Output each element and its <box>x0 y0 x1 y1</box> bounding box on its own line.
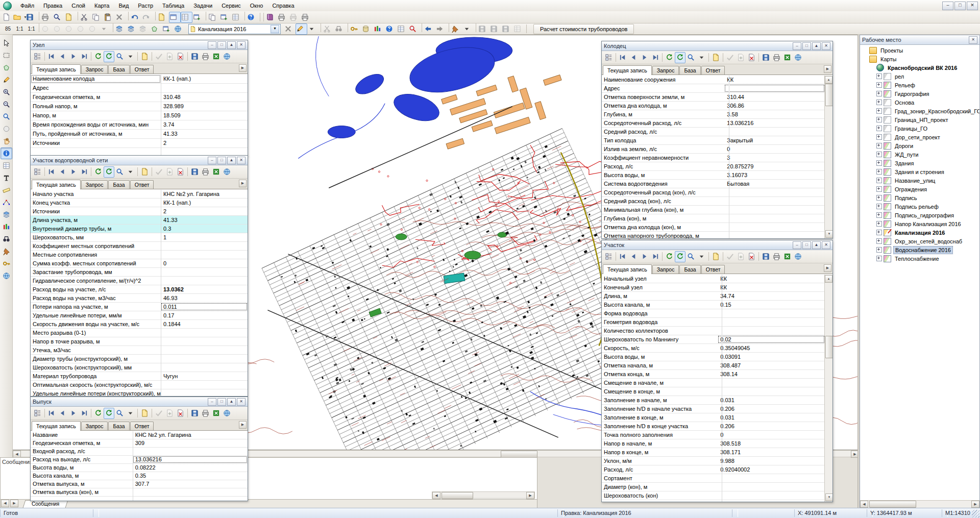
tree-item[interactable]: Водоснабжение 2016 <box>860 245 979 254</box>
panel-maximize-icon[interactable]: □ <box>217 41 226 49</box>
tree-item[interactable]: Гидрография <box>860 89 979 98</box>
property-row[interactable]: Отметка дна колодца, м306.86 <box>602 102 832 110</box>
map-tool-button[interactable] <box>1 123 12 135</box>
record-toolbar-button[interactable] <box>664 251 675 262</box>
tree-item[interactable]: рел <box>860 72 979 81</box>
property-row[interactable]: Точка полного заполнения0 <box>602 431 832 439</box>
record-toolbar-button[interactable] <box>175 166 186 178</box>
expand-icon[interactable] <box>876 82 882 88</box>
workspace-horizontal-scrollbar[interactable]: ◀ ▶ <box>860 500 979 508</box>
property-row[interactable]: Удельные линейные потери, мм/м0.17 <box>31 311 248 320</box>
record-toolbar-button[interactable] <box>125 166 136 178</box>
property-row[interactable]: Отметка поверхности земли, м310.44 <box>602 93 832 102</box>
record-tab[interactable]: Ответ <box>701 265 725 274</box>
record-toolbar-button[interactable] <box>32 166 43 178</box>
toolbar-button[interactable] <box>265 12 277 23</box>
tree-item[interactable]: Граница_НП_проект <box>860 115 979 124</box>
record-toolbar-button[interactable] <box>675 52 685 63</box>
menu-item[interactable]: Справка <box>267 1 299 10</box>
panel-close-icon[interactable]: ✕ <box>822 241 830 249</box>
tabs-more-icon[interactable]: ▶ <box>824 264 831 272</box>
toolbar-button[interactable] <box>435 23 447 35</box>
expand-icon[interactable] <box>876 186 882 192</box>
record-toolbar-button[interactable] <box>696 251 707 262</box>
tree-item[interactable]: Подпись_гидрография <box>860 211 979 219</box>
record-toolbar-button[interactable] <box>68 166 79 178</box>
property-row[interactable]: Источники2 <box>31 139 248 148</box>
record-toolbar-button[interactable] <box>746 52 757 63</box>
property-row[interactable]: НазваниеКНС №2 ул. Гагарина <box>31 431 248 439</box>
property-row[interactable]: Источники2 <box>31 207 248 216</box>
record-toolbar-button[interactable] <box>793 52 803 63</box>
record-toolbar-button[interactable] <box>57 408 68 419</box>
property-row[interactable]: Геодезическая отметка, м310.48 <box>31 93 248 102</box>
tree-item[interactable]: Канализация 2016 <box>860 228 979 237</box>
property-row[interactable]: Количество коллекторов <box>602 327 832 335</box>
menu-item[interactable]: Сервис <box>217 1 246 10</box>
property-row[interactable]: Утечка, м3/час <box>31 346 248 355</box>
record-toolbar-button[interactable] <box>222 408 232 419</box>
tree-item[interactable]: Ограждения <box>860 185 979 193</box>
record-toolbar-button[interactable] <box>189 166 200 178</box>
toolbar-button[interactable] <box>513 23 525 35</box>
record-toolbar-button[interactable] <box>793 251 803 262</box>
property-row[interactable] <box>31 497 248 501</box>
property-row[interactable]: Отметка конца, м308.14 <box>602 370 832 379</box>
toolbar-button[interactable] <box>408 23 420 35</box>
record-toolbar-button[interactable] <box>696 52 707 63</box>
record-toolbar-button[interactable] <box>114 408 125 419</box>
property-row[interactable]: Смещение в начале, м <box>602 379 832 387</box>
tree-item[interactable]: Здания <box>860 159 979 167</box>
property-row[interactable]: Длина, м34.74 <box>602 292 832 301</box>
property-row[interactable]: Конечный узелКК <box>602 283 832 292</box>
record-toolbar-button[interactable] <box>675 251 685 262</box>
toolbar-button[interactable] <box>174 23 185 35</box>
menu-item[interactable]: Слой <box>67 1 90 10</box>
scroll-left-icon[interactable]: ◀ <box>13 451 21 458</box>
record-toolbar-button[interactable] <box>104 408 114 419</box>
record-toolbar-button[interactable] <box>211 166 222 178</box>
record-toolbar-button[interactable] <box>761 251 771 262</box>
record-toolbar-button[interactable] <box>46 51 57 62</box>
record-tab[interactable]: База <box>108 65 129 73</box>
toolbar-button[interactable] <box>130 12 142 23</box>
expand-icon[interactable] <box>876 100 882 105</box>
panel-titlebar[interactable]: Колодец –□▲✕ <box>602 41 832 51</box>
grid-vertical-scrollbar[interactable]: ▲▼ <box>824 275 832 502</box>
record-toolbar-button[interactable] <box>746 251 757 262</box>
toolbar-button[interactable] <box>307 23 319 35</box>
toolbar-button[interactable] <box>91 12 103 23</box>
map-tool-button[interactable] <box>1 172 12 184</box>
panel-minimize-icon[interactable]: – <box>208 41 216 49</box>
panel-pin-icon[interactable]: ▲ <box>227 157 236 164</box>
property-row[interactable]: Коэффициент неравномерности3 <box>602 154 832 162</box>
tabs-more-icon[interactable]: ▶ <box>824 65 831 73</box>
panel-pin-icon[interactable]: ▲ <box>227 41 236 49</box>
property-row[interactable]: Форма водовода <box>602 309 832 318</box>
toolbar-button[interactable] <box>350 23 361 35</box>
map-tool-button[interactable] <box>1 184 12 196</box>
expand-icon[interactable] <box>876 160 882 166</box>
panel-minimize-icon[interactable]: – <box>793 241 801 249</box>
toolbar-button[interactable]: 85 <box>2 23 14 35</box>
tree-item[interactable]: Теплоснабжение <box>860 254 979 263</box>
property-row[interactable]: Скорость (кон), м/с <box>602 500 832 502</box>
tree-item[interactable]: Град_зонир_Краснобродский_ГО <box>860 107 979 115</box>
record-tab[interactable]: Текущая запись <box>603 65 652 75</box>
tree-item[interactable]: Здания и строения <box>860 167 979 176</box>
toolbar-button[interactable] <box>462 23 474 35</box>
record-toolbar-button[interactable] <box>771 251 782 262</box>
workspace-titlebar[interactable]: Рабочее место ✕ <box>860 35 979 45</box>
map-tool-button[interactable] <box>1 135 12 147</box>
tree-item[interactable]: ЖД_пути <box>860 150 979 159</box>
property-row[interactable]: Геометрия водовода <box>602 318 832 327</box>
panel-close-icon[interactable]: ✕ <box>237 41 246 49</box>
record-toolbar-button[interactable] <box>114 51 125 62</box>
record-toolbar-button[interactable] <box>603 52 614 63</box>
record-toolbar-button[interactable] <box>68 408 79 419</box>
expand-icon[interactable] <box>876 108 882 114</box>
expand-icon[interactable] <box>876 73 882 79</box>
property-row[interactable]: Средний расход (кон), л/с <box>602 197 832 206</box>
map-tool-button[interactable] <box>1 62 12 73</box>
expand-icon[interactable] <box>876 256 882 261</box>
